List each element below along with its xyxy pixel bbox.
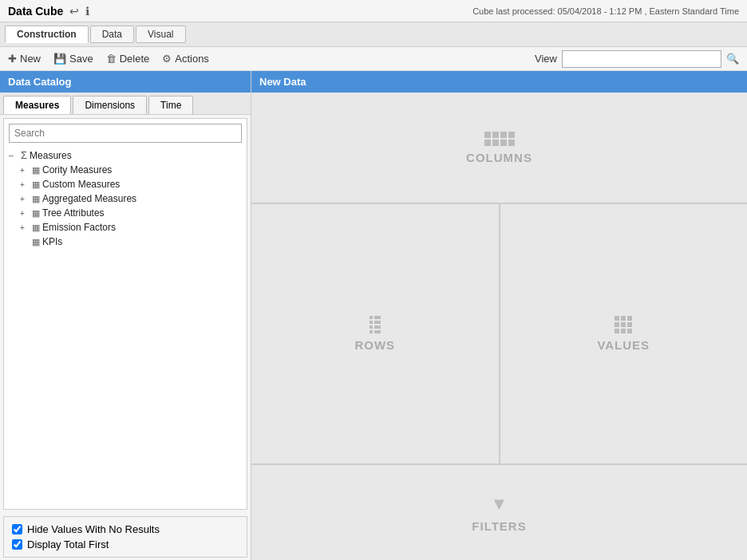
new-button[interactable]: ✚ New bbox=[8, 53, 41, 65]
catalog-tab-measures[interactable]: Measures bbox=[3, 96, 71, 114]
sigma-icon: Σ bbox=[21, 149, 27, 161]
columns-label: COLUMNS bbox=[466, 151, 532, 164]
actions-label: Actions bbox=[175, 53, 209, 65]
expander-aggregated: + bbox=[20, 195, 30, 203]
delete-label: Delete bbox=[120, 53, 150, 65]
expander-emission: + bbox=[20, 223, 30, 232]
new-icon: ✚ bbox=[8, 53, 17, 65]
catalog-content: – Σ Measures + ▦ Cority Measures + ▦ Cus… bbox=[3, 118, 247, 510]
catalog-tab-dimensions[interactable]: Dimensions bbox=[73, 96, 147, 114]
view-input[interactable] bbox=[562, 50, 721, 68]
list-item[interactable]: + ▦ Tree Attributes bbox=[20, 206, 242, 220]
new-label: New bbox=[20, 53, 41, 65]
bottom-panel: Hide Values With No Results Display Tota… bbox=[3, 516, 247, 558]
undo-icon[interactable]: ↩ bbox=[69, 5, 79, 18]
hide-values-label: Hide Values With No Results bbox=[27, 523, 160, 535]
tree-children: + ▦ Cority Measures + ▦ Custom Measures … bbox=[9, 163, 242, 249]
values-icon bbox=[615, 316, 632, 333]
folder-icon-kpis: ▦ bbox=[32, 237, 40, 247]
filter-icon: ▼ bbox=[491, 494, 508, 515]
app-title: Data Cube bbox=[8, 5, 63, 18]
tree-root-label: Measures bbox=[30, 150, 72, 161]
tab-construction[interactable]: Construction bbox=[5, 26, 89, 43]
columns-drop-zone[interactable]: COLUMNS bbox=[251, 93, 747, 204]
display-total-checkbox[interactable] bbox=[12, 539, 22, 550]
top-bar-left: Data Cube ↩ ℹ bbox=[8, 5, 89, 18]
middle-row: ROWS VALUES bbox=[251, 204, 747, 465]
folder-icon-custom: ▦ bbox=[32, 179, 40, 190]
expander-cority: + bbox=[20, 166, 30, 175]
tree-root[interactable]: – Σ Measures bbox=[9, 148, 242, 163]
view-search-icon[interactable]: 🔍 bbox=[726, 53, 739, 65]
hide-values-checkbox-item: Hide Values With No Results bbox=[12, 523, 239, 535]
catalog-tab-time[interactable]: Time bbox=[148, 96, 193, 114]
info-icon[interactable]: ℹ bbox=[85, 5, 89, 18]
actions-icon: ⚙ bbox=[162, 53, 172, 65]
display-total-checkbox-item: Display Total First bbox=[12, 538, 239, 550]
last-processed: Cube last processed: 05/04/2018 - 1:12 P… bbox=[472, 6, 739, 16]
filters-drop-zone[interactable]: ▼ FILTERS bbox=[251, 465, 747, 560]
folder-icon-cority: ▦ bbox=[32, 165, 40, 175]
save-button[interactable]: 💾 Save bbox=[53, 53, 93, 65]
cority-measures-label: Cority Measures bbox=[42, 164, 112, 175]
list-item[interactable]: + ▦ Aggregated Measures bbox=[20, 191, 242, 206]
list-item[interactable]: + ▦ Custom Measures bbox=[20, 177, 242, 191]
actions-button[interactable]: ⚙ Actions bbox=[162, 53, 209, 65]
search-input[interactable] bbox=[9, 124, 242, 143]
folder-icon-aggregated: ▦ bbox=[32, 194, 40, 204]
toolbar: ✚ New 💾 Save 🗑 Delete ⚙ Actions View 🔍 bbox=[0, 47, 747, 71]
hide-values-checkbox[interactable] bbox=[12, 524, 22, 534]
tab-bar: Construction Data Visual bbox=[0, 22, 747, 47]
root-expander: – bbox=[9, 151, 18, 160]
view-label: View bbox=[535, 53, 557, 65]
folder-icon-emission: ▦ bbox=[32, 223, 40, 233]
delete-button[interactable]: 🗑 Delete bbox=[106, 53, 150, 65]
values-label: VALUES bbox=[597, 338, 650, 352]
delete-icon: 🗑 bbox=[106, 53, 117, 65]
tree-attributes-label: Tree Attributes bbox=[42, 207, 105, 219]
toolbar-right: View 🔍 bbox=[535, 50, 739, 68]
catalog-tabs: Measures Dimensions Time bbox=[0, 93, 251, 115]
rows-label: ROWS bbox=[354, 338, 395, 352]
values-drop-zone[interactable]: VALUES bbox=[500, 204, 748, 463]
expander-custom: + bbox=[20, 180, 30, 189]
rows-icon bbox=[370, 316, 381, 333]
custom-measures-label: Custom Measures bbox=[42, 179, 120, 190]
filters-label: FILTERS bbox=[472, 519, 526, 533]
list-item[interactable]: + ▦ KPIs bbox=[20, 235, 242, 249]
data-catalog-header: Data Catalog bbox=[0, 71, 251, 93]
aggregated-measures-label: Aggregated Measures bbox=[42, 193, 136, 204]
right-panel-header: New Data bbox=[251, 71, 747, 93]
folder-icon-tree: ▦ bbox=[32, 208, 40, 219]
kpis-label: KPIs bbox=[42, 236, 62, 247]
drop-zones: COLUMNS ROWS bbox=[251, 93, 747, 560]
save-icon: 💾 bbox=[53, 53, 66, 65]
main-layout: Data Catalog Measures Dimensions Time – … bbox=[0, 71, 747, 560]
top-bar: Data Cube ↩ ℹ Cube last processed: 05/04… bbox=[0, 0, 747, 22]
tab-data[interactable]: Data bbox=[90, 26, 134, 43]
left-panel: Data Catalog Measures Dimensions Time – … bbox=[0, 71, 251, 560]
list-item[interactable]: + ▦ Cority Measures bbox=[20, 163, 242, 177]
rows-drop-zone[interactable]: ROWS bbox=[251, 204, 500, 463]
right-panel: New Data COLUMNS bbox=[251, 71, 747, 560]
save-label: Save bbox=[69, 53, 93, 65]
columns-icon bbox=[484, 132, 515, 146]
tab-visual[interactable]: Visual bbox=[136, 26, 185, 43]
display-total-label: Display Total First bbox=[27, 538, 109, 550]
expander-tree: + bbox=[20, 209, 30, 218]
emission-factors-label: Emission Factors bbox=[42, 222, 116, 233]
list-item[interactable]: + ▦ Emission Factors bbox=[20, 220, 242, 235]
